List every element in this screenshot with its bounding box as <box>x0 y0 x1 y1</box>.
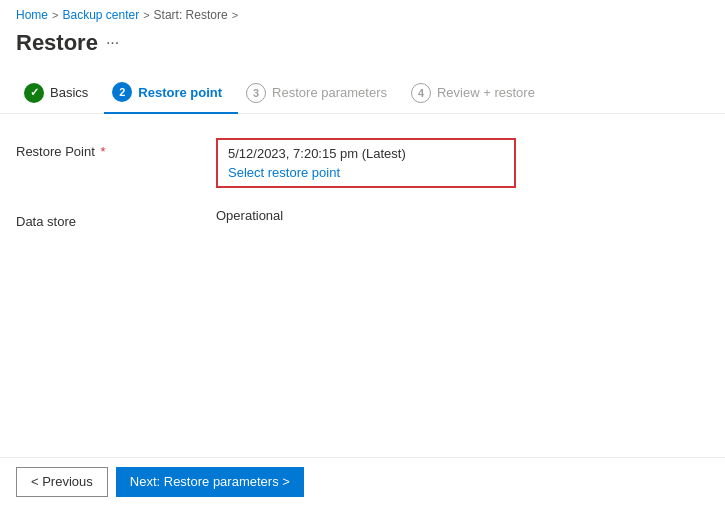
restore-point-label: Restore Point * <box>16 138 216 159</box>
breadcrumb-start-restore: Start: Restore <box>154 8 228 22</box>
footer: < Previous Next: Restore parameters > <box>0 457 725 505</box>
previous-button[interactable]: < Previous <box>16 467 108 497</box>
select-restore-point-link[interactable]: Select restore point <box>228 165 340 180</box>
step-restore-point[interactable]: 2 Restore point <box>104 72 238 114</box>
breadcrumb-home[interactable]: Home <box>16 8 48 22</box>
step-restore-parameters-label: Restore parameters <box>272 85 387 100</box>
wizard-steps: Basics 2 Restore point 3 Restore paramet… <box>0 72 725 114</box>
data-store-value: Operational <box>216 208 709 223</box>
restore-point-datetime: 5/12/2023, 7:20:15 pm (Latest) <box>228 146 504 161</box>
restore-point-row: Restore Point * 5/12/2023, 7:20:15 pm (L… <box>16 138 709 188</box>
step-review-restore-label: Review + restore <box>437 85 535 100</box>
next-button[interactable]: Next: Restore parameters > <box>116 467 304 497</box>
step-basics[interactable]: Basics <box>16 73 104 113</box>
more-options-icon[interactable]: ··· <box>106 34 119 52</box>
restore-point-box[interactable]: 5/12/2023, 7:20:15 pm (Latest) Select re… <box>216 138 516 188</box>
step-basics-circle <box>24 83 44 103</box>
data-store-label: Data store <box>16 208 216 229</box>
form-content: Restore Point * 5/12/2023, 7:20:15 pm (L… <box>0 138 725 229</box>
breadcrumb-backup-center[interactable]: Backup center <box>62 8 139 22</box>
step-restore-parameters-circle: 3 <box>246 83 266 103</box>
page-title-row: Restore ··· <box>0 26 725 72</box>
required-indicator: * <box>97 144 106 159</box>
breadcrumb: Home > Backup center > Start: Restore > <box>0 0 725 26</box>
step-restore-parameters[interactable]: 3 Restore parameters <box>238 73 403 113</box>
breadcrumb-sep-2: > <box>143 9 149 21</box>
breadcrumb-sep-3: > <box>232 9 238 21</box>
step-restore-point-label: Restore point <box>138 85 222 100</box>
step-review-restore-circle: 4 <box>411 83 431 103</box>
step-restore-point-circle: 2 <box>112 82 132 102</box>
step-review-restore[interactable]: 4 Review + restore <box>403 73 551 113</box>
step-basics-label: Basics <box>50 85 88 100</box>
page-title: Restore <box>16 30 98 56</box>
restore-point-value-container: 5/12/2023, 7:20:15 pm (Latest) Select re… <box>216 138 709 188</box>
check-icon <box>30 86 39 99</box>
data-store-row: Data store Operational <box>16 208 709 229</box>
breadcrumb-sep-1: > <box>52 9 58 21</box>
